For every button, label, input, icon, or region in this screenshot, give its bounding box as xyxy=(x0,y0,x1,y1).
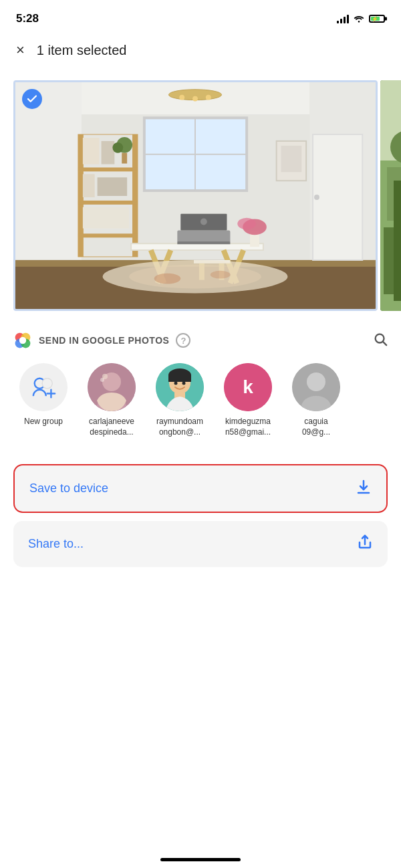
share-icon xyxy=(357,534,373,554)
new-group-label: New group xyxy=(24,417,63,427)
svg-rect-32 xyxy=(177,230,230,242)
new-group-avatar xyxy=(19,363,68,411)
svg-rect-15 xyxy=(132,134,138,257)
contact-raymundo[interactable]: raymundoamongbon@... xyxy=(150,363,210,437)
svg-rect-26 xyxy=(122,153,127,164)
svg-rect-19 xyxy=(83,138,100,165)
svg-point-11 xyxy=(192,96,198,102)
google-photos-logo xyxy=(13,331,32,350)
svg-rect-54 xyxy=(394,181,401,301)
close-button[interactable]: × xyxy=(16,41,25,59)
svg-point-35 xyxy=(200,219,207,225)
svg-point-60 xyxy=(19,337,27,344)
carla-avatar xyxy=(88,363,136,411)
save-device-label: Save to device xyxy=(29,481,108,496)
selected-photo[interactable] xyxy=(13,80,378,311)
svg-point-10 xyxy=(179,95,184,100)
svg-rect-16 xyxy=(78,167,138,171)
contacts-row: New group carlajaneevedespineda... xyxy=(13,363,388,444)
share-to-label: Share to... xyxy=(28,537,84,551)
help-button[interactable]: ? xyxy=(176,333,190,348)
svg-rect-14 xyxy=(78,134,84,257)
gp-title-area: SEND IN GOOGLE PHOTOS ? xyxy=(13,331,190,350)
kim-initial: k xyxy=(243,376,253,398)
header-title: 1 item selected xyxy=(37,43,127,58)
svg-line-62 xyxy=(383,342,386,345)
contact-caguia[interactable]: caguia09@g... xyxy=(286,363,346,437)
kim-avatar: k xyxy=(224,363,272,411)
kim-label: kimdeguzman58@gmai... xyxy=(225,417,271,437)
status-icons: ⚡ xyxy=(337,13,385,25)
search-button[interactable] xyxy=(373,332,388,350)
svg-rect-33 xyxy=(177,241,230,244)
svg-point-43 xyxy=(129,265,261,289)
photo-section xyxy=(0,67,401,311)
google-photos-section: SEND IN GOOGLE PHOTOS ? xyxy=(0,311,401,451)
svg-rect-27 xyxy=(131,243,263,250)
contact-kim[interactable]: k kimdeguzman58@gmai... xyxy=(218,363,278,437)
share-to-button[interactable]: Share to... xyxy=(13,521,388,567)
battery-icon: ⚡ xyxy=(369,15,385,23)
contact-new-group[interactable]: New group xyxy=(13,363,74,437)
svg-rect-23 xyxy=(83,207,129,229)
contact-carla[interactable]: carlajaneevedespineda... xyxy=(82,363,142,437)
svg-point-71 xyxy=(100,378,104,382)
gp-section-title: SEND IN GOOGLE PHOTOS xyxy=(39,335,169,346)
status-time: 5:28 xyxy=(16,12,39,25)
caguia-avatar xyxy=(292,363,340,411)
svg-rect-21 xyxy=(83,174,95,197)
svg-rect-1 xyxy=(15,82,82,260)
svg-point-78 xyxy=(182,382,186,385)
home-indicator xyxy=(160,858,241,861)
svg-rect-46 xyxy=(313,134,362,260)
save-to-device-button[interactable]: Save to device xyxy=(13,464,388,513)
svg-rect-18 xyxy=(78,233,138,237)
svg-rect-49 xyxy=(281,146,302,173)
raymundo-label: raymundoamongbon@... xyxy=(156,417,203,437)
svg-point-12 xyxy=(206,95,211,100)
svg-rect-75 xyxy=(168,375,191,382)
svg-point-38 xyxy=(237,218,256,230)
next-photo[interactable] xyxy=(380,80,401,311)
svg-rect-20 xyxy=(102,141,115,165)
download-icon xyxy=(356,479,372,498)
svg-point-77 xyxy=(174,382,178,385)
svg-point-64 xyxy=(42,378,52,389)
gp-header: SEND IN GOOGLE PHOTOS ? xyxy=(13,331,388,350)
svg-point-80 xyxy=(307,372,325,391)
selection-checkmark xyxy=(22,89,42,109)
raymundo-avatar xyxy=(156,363,204,411)
add-group-icon xyxy=(31,374,56,400)
svg-point-47 xyxy=(314,195,319,200)
svg-point-25 xyxy=(112,142,123,153)
caguia-label: caguia09@g... xyxy=(302,417,330,437)
carla-label: carlajaneevedespineda... xyxy=(89,417,134,437)
signal-icon xyxy=(337,14,349,23)
status-bar: 5:28 ⚡ xyxy=(0,0,401,33)
svg-rect-22 xyxy=(98,177,128,196)
wifi-icon xyxy=(353,13,365,25)
svg-point-44 xyxy=(154,274,181,284)
svg-rect-17 xyxy=(78,201,138,205)
svg-point-45 xyxy=(211,271,231,279)
photo-strip xyxy=(0,80,401,311)
actions-section: Save to device Share to... xyxy=(0,451,401,567)
header: × 1 item selected xyxy=(0,33,401,67)
